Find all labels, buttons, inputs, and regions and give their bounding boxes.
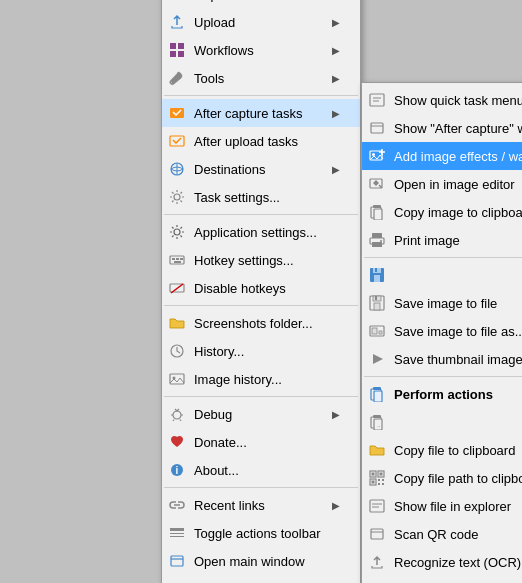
after-capture-submenu: Show quick task menu Show "After capture… [361, 82, 522, 583]
submenu-item-copy-file-clipboard[interactable]: Perform actions [362, 380, 522, 408]
svg-rect-14 [176, 258, 179, 260]
submenu-item-print-image[interactable]: Print image [362, 226, 522, 254]
menu-item-about[interactable]: i About... [162, 456, 360, 484]
menu-item-workflows-label: Workflows [194, 43, 322, 58]
submenu-item-upload-image-label: Recognize text (OCR) [394, 555, 522, 570]
menu-item-after-upload[interactable]: After upload tasks [162, 127, 360, 155]
submenu-item-show-before-upload[interactable]: Scan QR code [362, 520, 522, 548]
svg-rect-88 [371, 529, 383, 539]
menu-item-exit[interactable]: Exit [162, 575, 360, 583]
menu-item-history-label: History... [194, 344, 340, 359]
submenu-item-print-image-label: Print image [394, 233, 522, 248]
submenu-item-add-image-effects[interactable]: Add image effects / watermark [362, 142, 522, 170]
menu-item-upload[interactable]: Upload ▶ [162, 8, 360, 36]
menu-container: Capture ▶ Upload ▶ Workflows ▶ Tools ▶ [161, 0, 361, 583]
open-main-icon [166, 550, 188, 572]
tools-arrow: ▶ [332, 73, 340, 84]
submenu-item-open-image-editor[interactable]: Open in image editor [362, 170, 522, 198]
menu-item-task-settings[interactable]: Task settings... [162, 183, 360, 211]
menu-item-disable-hotkeys[interactable]: Disable hotkeys [162, 274, 360, 302]
submenu-item-show-quick-task[interactable]: Show quick task menu [362, 86, 522, 114]
show-quick-task-icon [366, 89, 388, 111]
svg-point-10 [174, 194, 180, 200]
menu-item-recent-links[interactable]: Recent links ▶ [162, 491, 360, 519]
about-icon: i [166, 459, 188, 481]
submenu-item-save-image-file[interactable] [362, 261, 522, 289]
menu-item-history[interactable]: History... [162, 337, 360, 365]
submenu-item-show-file-explorer[interactable]: Copy file to clipboard [362, 436, 522, 464]
svg-rect-58 [374, 275, 380, 282]
menu-item-after-capture-label: After capture tasks [194, 106, 322, 121]
submenu-item-perform-actions-label: Save thumbnail image to file [394, 352, 522, 367]
menu-item-hotkey-settings[interactable]: Hotkey settings... [162, 246, 360, 274]
menu-item-donate[interactable]: Donate... [162, 428, 360, 456]
debug-arrow: ▶ [332, 409, 340, 420]
hotkey-settings-icon [166, 249, 188, 271]
menu-item-image-history[interactable]: Image history... [162, 365, 360, 393]
menu-item-app-settings-label: Application settings... [194, 225, 340, 240]
submenu-item-add-image-effects-label: Add image effects / watermark [394, 149, 522, 164]
submenu-item-delete-file[interactable]: Show "Before upload" window [362, 576, 522, 583]
donate-icon [166, 431, 188, 453]
svg-rect-83 [378, 483, 380, 485]
submenu-item-scan-qr-code[interactable]: Copy file path to clipboard [362, 464, 522, 492]
submenu-item-show-quick-task-label: Show quick task menu [394, 93, 522, 108]
menu-item-workflows[interactable]: Workflows ▶ [162, 36, 360, 64]
svg-rect-52 [372, 233, 382, 238]
workflows-icon [166, 39, 188, 61]
submenu-separator-1 [364, 257, 522, 258]
submenu-item-save-thumbnail[interactable]: Save image to file as... [362, 317, 522, 345]
task-settings-icon [166, 186, 188, 208]
menu-item-capture-label: Capture [194, 0, 322, 2]
menu-item-debug-label: Debug [194, 407, 322, 422]
menu-item-toggle-toolbar[interactable]: Toggle actions toolbar [162, 519, 360, 547]
submenu-item-save-image-file-as-label: Save image to file [394, 296, 522, 311]
svg-text:i: i [176, 465, 179, 476]
submenu-item-perform-actions[interactable]: Save thumbnail image to file [362, 345, 522, 373]
menu-item-about-label: About... [194, 463, 340, 478]
menu-item-screenshots-folder[interactable]: Screenshots folder... [162, 309, 360, 337]
recent-links-icon [166, 494, 188, 516]
menu-item-screenshots-folder-label: Screenshots folder... [194, 316, 340, 331]
svg-point-55 [380, 240, 382, 242]
submenu-item-save-thumbnail-label: Save image to file as... [394, 324, 522, 339]
svg-rect-34 [171, 556, 183, 566]
destinations-icon [166, 158, 188, 180]
menu-item-after-capture[interactable]: After capture tasks ▶ [162, 99, 360, 127]
svg-rect-82 [382, 479, 384, 481]
show-before-upload-icon [366, 523, 388, 545]
menu-item-app-settings[interactable]: Application settings... [162, 218, 360, 246]
menu-item-tools[interactable]: Tools ▶ [162, 64, 360, 92]
copy-image-clipboard-icon [366, 201, 388, 223]
submenu-item-upload-image[interactable]: Recognize text (OCR) [362, 548, 522, 576]
svg-rect-51 [374, 209, 382, 220]
menu-item-debug[interactable]: Debug ▶ [162, 400, 360, 428]
show-file-explorer-icon [366, 439, 388, 461]
disable-hotkeys-icon [166, 277, 188, 299]
menu-item-tools-label: Tools [194, 71, 322, 86]
submenu-item-copy-file-path[interactable]: → [362, 408, 522, 436]
submenu-item-copy-image-clipboard[interactable]: Copy image to clipboard [362, 198, 522, 226]
upload-icon [166, 11, 188, 33]
submenu-item-recognize-text[interactable]: Show file in explorer [362, 492, 522, 520]
submenu-item-show-after-capture-window[interactable]: Show "After capture" window [362, 114, 522, 142]
submenu-item-save-image-file-as[interactable]: Save image to file [362, 289, 522, 317]
menu-item-open-main[interactable]: Open main window [162, 547, 360, 575]
submenu-item-scan-qr-code-label: Copy file path to clipboard [394, 471, 522, 486]
destinations-arrow: ▶ [332, 164, 340, 175]
submenu-item-open-image-editor-label: Open in image editor [394, 177, 522, 192]
svg-line-26 [173, 420, 174, 422]
submenu-item-show-after-capture-window-label: Show "After capture" window [394, 121, 522, 136]
tools-icon [166, 67, 188, 89]
menu-item-destinations[interactable]: Destinations ▶ [162, 155, 360, 183]
submenu-item-show-before-upload-label: Scan QR code [394, 527, 522, 542]
menu-item-donate-label: Donate... [194, 435, 340, 450]
menu-item-capture[interactable]: Capture ▶ [162, 0, 360, 8]
separator-5 [164, 487, 358, 488]
svg-rect-15 [180, 258, 183, 260]
svg-rect-78 [380, 473, 383, 476]
svg-point-22 [173, 411, 181, 419]
after-capture-icon [166, 102, 188, 124]
menu-item-destinations-label: Destinations [194, 162, 322, 177]
after-upload-icon [166, 130, 188, 152]
